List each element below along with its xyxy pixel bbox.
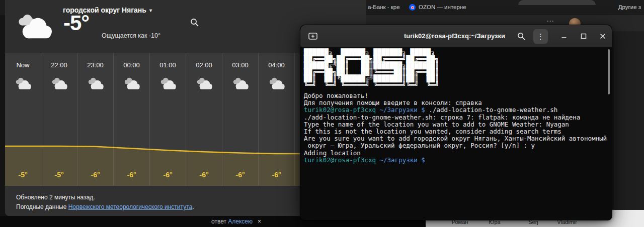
terminal-content[interactable]: ██████╗ ██████╗ ███████╗ █████╗ ██╔══██╗… [300,47,612,220]
other-bookmarks-button[interactable]: Другие з [618,4,641,10]
hour-temp-label: -5° [5,171,41,179]
clouds-icon [14,13,54,40]
updated-text: Обновлено 2 минуты назад. [16,194,95,201]
minimize-button[interactable] [557,30,571,43]
hourly-column: Now -5° [5,53,41,186]
minimize-icon [561,33,567,39]
new-tab-icon [308,32,318,41]
hour-time-label: 02:00 [186,61,222,69]
clouds-icon [195,77,214,90]
terminal-line: If this is not the location you wanted, … [304,128,608,135]
clouds-icon [86,77,105,90]
hour-temp-label: -6° [259,171,294,179]
terminal-title: turik02@rosa-pf3cxq:~/Загрузки [320,32,589,40]
search-icon [190,18,199,27]
hourly-column: 23:00 -6° [77,53,114,186]
weather-search-button[interactable] [187,15,201,29]
hourly-column: 22:00 -5° [41,53,77,186]
terminal-line: Для получения помощи введите в консоли: … [304,99,608,106]
hourly-column: 00:00 -6° [114,53,150,186]
active-tab-top [518,0,596,5]
hourly-column: 02:00 -6° [186,53,222,186]
terminal-line: ./add-location-to-gnome-weather.sh: стро… [304,114,608,121]
hour-temp-label: -6° [186,171,222,179]
terminal-line: Are you sure you want to add городской о… [304,135,608,142]
terminal-scrollbar[interactable] [608,49,610,94]
new-tab-button[interactable] [306,30,319,43]
hour-time-label: 04:00 [259,61,294,69]
hour-time-label: 03:00 [222,61,258,69]
search-icon [517,32,525,40]
tab-ozon[interactable]: OZON — интерне [419,4,466,10]
maximize-icon [581,33,587,39]
clouds-icon [14,77,33,90]
clouds-icon [267,77,286,90]
ozon-favicon [409,4,416,11]
clouds-icon [122,77,141,90]
terminal-line: Добро пожаловать! [304,92,608,99]
hour-time-label: 23:00 [77,61,113,69]
terminal-line: округ — Югра, Уральский федеральный окру… [304,142,608,149]
terminal-search-button[interactable] [515,30,528,43]
hour-time-label: 00:00 [114,61,149,69]
hour-temp-label: -6° [150,171,186,179]
hour-temp-label: -5° [41,171,77,179]
hour-temp-label: -6° [222,171,258,179]
clouds-icon [158,77,178,90]
hour-time-label: 01:00 [150,61,186,69]
reply-bar: ответ Алексею× [211,218,261,225]
terminal-line: Adding location [304,150,608,157]
hour-time-label: Now [5,61,41,69]
hour-temp-label: -6° [77,171,113,179]
attribution-text: Погодные данные Норвежского метеорологич… [16,203,194,210]
close-button[interactable] [596,30,609,43]
close-icon [600,33,606,39]
chevron-down-icon: ▾ [149,8,152,13]
terminal-titlebar[interactable]: turik02@rosa-pf3cxq:~/Загрузки ⋮ [300,25,612,47]
terminal-window: turik02@rosa-pf3cxq:~/Загрузки ⋮ ██████╗… [300,25,612,220]
terminal-output: Добро пожаловать!Для получения помощи вв… [304,92,608,164]
terminal-line: Type the name of the location you want t… [304,121,608,128]
reply-recipient-link[interactable]: Алексею [228,218,253,225]
kebab-menu-icon: ⋮ [537,32,544,41]
toolbar-overflow-icon[interactable]: ⋯ [546,17,554,26]
reply-prefix-text: ответ [211,218,228,225]
attribution-prefix: Погодные данные [16,203,68,210]
hourly-column: 01:00 -6° [150,53,186,186]
maximize-button[interactable] [577,30,590,43]
reply-close-icon[interactable]: × [258,218,261,225]
provider-link[interactable]: Норвежского метеорологического института [68,203,193,210]
terminal-line: turik02@rosa-pf3cxq ~/Загрузки $ [304,157,608,164]
attribution-suffix: . [192,203,194,210]
tab-bank[interactable]: а-Банк - кре [368,4,400,10]
hour-time-label: 22:00 [41,61,77,69]
terminal-line: turik02@rosa-pf3cxq ~/Загрузки $ ./add-l… [304,106,608,113]
hour-temp-label: -6° [114,171,149,179]
hourly-column: 04:00 -6° [259,53,295,186]
terminal-menu-button[interactable]: ⋮ [533,29,548,44]
clouds-icon [231,77,250,90]
feels-like-text: Ощущается как -10° [102,32,160,39]
hourly-column: 03:00 -6° [222,53,259,186]
clouds-icon [50,77,69,90]
current-temperature: -5° [63,11,89,35]
rosa-ascii-logo: ██████╗ ██████╗ ███████╗ █████╗ ██╔══██╗… [304,49,608,88]
